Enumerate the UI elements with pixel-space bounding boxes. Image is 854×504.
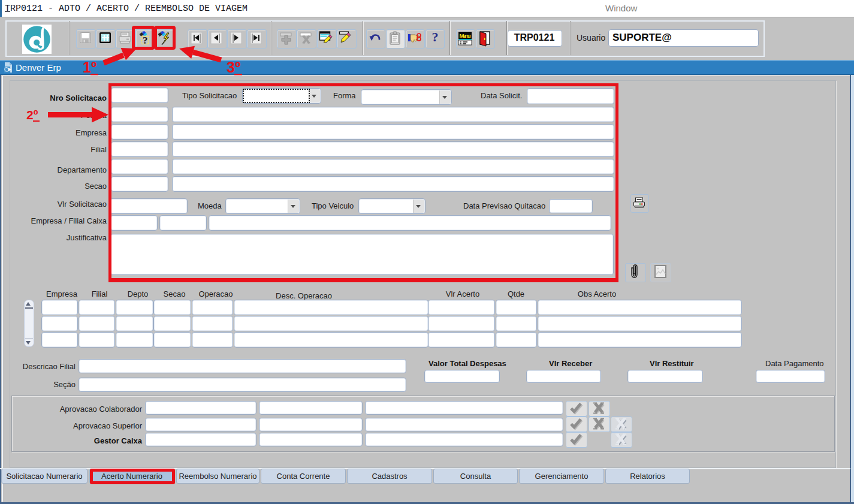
svg-text:Menu: Menu <box>460 32 471 39</box>
